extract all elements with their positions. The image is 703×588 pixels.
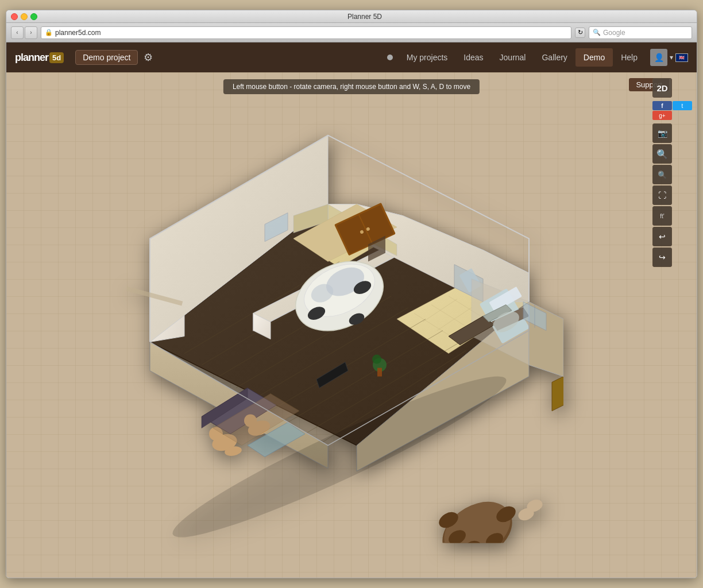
gplus-button[interactable]: g+ — [652, 111, 672, 120]
search-bar[interactable]: 🔍 Google — [589, 26, 692, 39]
nav-my-projects[interactable]: My projects — [399, 48, 456, 67]
browser-toolbar: ‹ › 🔒 planner5d.com ↻ 🔍 Google — [6, 23, 697, 42]
view-2d-button[interactable]: 2D — [652, 78, 672, 98]
zoom-in-icon: 🔍 — [656, 149, 668, 160]
nav-help[interactable]: Help — [613, 48, 646, 67]
nav-journal[interactable]: Journal — [492, 48, 534, 67]
language-flag-icon[interactable]: 🇬🇧 — [675, 53, 688, 62]
redo-icon: ↪ — [659, 253, 666, 262]
main-viewport[interactable]: Left mouse button - rotate camera, right… — [6, 72, 697, 578]
unit-label: ft' — [660, 213, 664, 219]
browser-window: Planner 5D ‹ › 🔒 planner5d.com ↻ 🔍 Googl… — [6, 10, 697, 578]
nav-dot-icon — [387, 55, 393, 60]
project-name-area: Demo project ⚙ — [75, 50, 153, 65]
nav-gallery[interactable]: Gallery — [534, 48, 575, 67]
close-button[interactable] — [11, 13, 18, 20]
nav-buttons: ‹ › — [11, 26, 37, 39]
logo-5d: 5d — [49, 52, 64, 63]
user-dropdown-icon[interactable]: ▾ — [670, 53, 673, 61]
reload-button[interactable]: ↻ — [575, 28, 585, 38]
twitter-button[interactable]: t — [673, 101, 692, 110]
redo-button[interactable]: ↪ — [652, 247, 672, 267]
settings-gear-icon[interactable]: ⚙ — [144, 51, 153, 64]
unit-toggle-button[interactable]: ft' — [652, 206, 672, 226]
logo-text: planner — [15, 52, 48, 64]
camera-button[interactable]: 📷 — [652, 123, 672, 143]
svg-point-64 — [372, 355, 381, 364]
fullscreen-button[interactable]: ⛶ — [652, 185, 672, 205]
undo-icon: ↩ — [659, 232, 666, 241]
fullscreen-icon: ⛶ — [658, 191, 666, 200]
nav-user: 👤 ▾ 🇬🇧 — [650, 49, 688, 66]
maximize-button[interactable] — [30, 13, 37, 20]
traffic-lights — [11, 13, 37, 20]
address-text: planner5d.com — [55, 29, 101, 37]
app-navbar: planner 5d Demo project ⚙ My projects Id… — [6, 42, 697, 72]
address-bar[interactable]: 🔒 planner5d.com — [41, 26, 571, 39]
zoom-in-button[interactable]: 🔍 — [652, 144, 672, 164]
social-buttons: f t g+ — [652, 101, 692, 120]
user-avatar[interactable]: 👤 — [650, 49, 667, 66]
nav-ideas[interactable]: Ideas — [455, 48, 491, 67]
control-tooltip: Left mouse button - rotate camera, right… — [223, 79, 480, 94]
camera-icon: 📷 — [658, 129, 667, 138]
search-placeholder: Google — [603, 29, 625, 37]
undo-button[interactable]: ↩ — [652, 227, 672, 246]
zoom-out-button[interactable]: 🔍 — [652, 165, 672, 184]
nav-links: My projects Ideas Journal Gallery Demo H… — [399, 48, 646, 67]
forward-button[interactable]: › — [25, 26, 37, 39]
facebook-button[interactable]: f — [652, 101, 672, 110]
floor-plan-svg — [92, 124, 563, 543]
app-content: planner 5d Demo project ⚙ My projects Id… — [6, 42, 697, 578]
app-logo: planner 5d — [15, 52, 64, 64]
svg-rect-65 — [377, 368, 382, 377]
zoom-out-icon: 🔍 — [658, 171, 667, 179]
nav-demo[interactable]: Demo — [575, 48, 613, 67]
minimize-button[interactable] — [21, 13, 28, 20]
project-name[interactable]: Demo project — [75, 50, 138, 65]
browser-titlebar: Planner 5D — [6, 10, 697, 23]
browser-title: Planner 5D — [37, 13, 692, 21]
back-button[interactable]: ‹ — [11, 26, 24, 39]
floor-plan-3d[interactable] — [92, 124, 563, 543]
right-toolbar: 2D f t g+ 📷 🔍 — [652, 78, 692, 267]
